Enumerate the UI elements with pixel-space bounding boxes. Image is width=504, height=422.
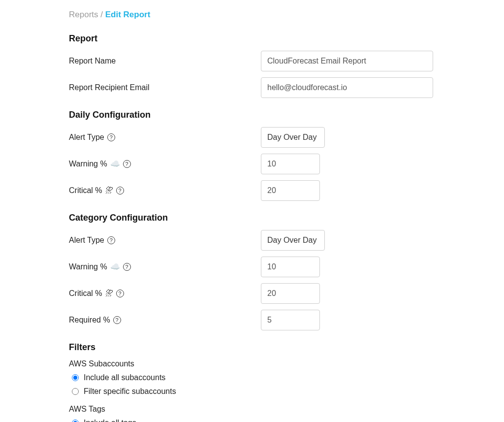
daily-critical-input[interactable]: [261, 180, 320, 201]
label-category-alert-type: Alert Type ?: [69, 236, 261, 245]
label-daily-warning: Warning % ☁️ ?: [69, 160, 261, 168]
subheading-tags: AWS Tags: [69, 405, 435, 414]
label-text-category-alert-type: Alert Type: [69, 236, 104, 245]
section-heading-filters: Filters: [69, 342, 435, 353]
row-report-email: Report Recipient Email: [69, 77, 435, 98]
report-email-input[interactable]: [261, 77, 433, 98]
row-category-critical: Critical % ⛈ ?: [69, 283, 435, 304]
radio-input-subaccounts-include-all[interactable]: [72, 374, 79, 381]
radio-subaccounts-include-all[interactable]: Include all subaccounts: [72, 373, 435, 382]
cloud-icon: ☁️: [110, 160, 120, 168]
radio-group-tags: Include all tags Filter specific tags: [72, 419, 435, 422]
row-report-name: Report Name: [69, 51, 435, 71]
label-daily-alert-type: Alert Type ?: [69, 133, 261, 142]
help-icon[interactable]: ?: [123, 160, 131, 168]
category-warning-input[interactable]: [261, 257, 320, 277]
section-heading-category: Category Configuration: [69, 213, 435, 223]
label-category-required: Required % ?: [69, 316, 261, 325]
row-category-required: Required % ?: [69, 310, 435, 330]
row-daily-critical: Critical % ⛈ ?: [69, 180, 435, 201]
label-text-daily-warning: Warning %: [69, 160, 107, 168]
cloud-icon: ☁️: [110, 263, 120, 271]
label-report-email: Report Recipient Email: [69, 83, 261, 92]
help-icon[interactable]: ?: [107, 236, 115, 244]
label-daily-critical: Critical % ⛈ ?: [69, 186, 261, 195]
radio-subaccounts-filter-specific[interactable]: Filter specific subaccounts: [72, 387, 435, 396]
subheading-subaccounts: AWS Subaccounts: [69, 359, 435, 368]
breadcrumb-current: Edit Report: [105, 10, 151, 19]
row-category-warning: Warning % ☁️ ?: [69, 257, 435, 277]
label-text-daily-alert-type: Alert Type: [69, 133, 104, 142]
section-heading-report: Report: [69, 33, 435, 44]
help-icon[interactable]: ?: [116, 187, 124, 195]
label-category-warning: Warning % ☁️ ?: [69, 262, 261, 271]
row-daily-warning: Warning % ☁️ ?: [69, 154, 435, 174]
help-icon[interactable]: ?: [107, 133, 115, 141]
label-text-category-required: Required %: [69, 316, 110, 325]
radio-tags-include-all[interactable]: Include all tags: [72, 419, 435, 422]
help-icon[interactable]: ?: [113, 316, 121, 324]
category-critical-input[interactable]: [261, 283, 320, 304]
radio-label-subaccounts-filter-specific: Filter specific subaccounts: [84, 387, 176, 396]
radio-input-tags-include-all[interactable]: [72, 420, 79, 422]
radio-label-subaccounts-include-all: Include all subaccounts: [84, 373, 165, 382]
report-name-input[interactable]: [261, 51, 433, 71]
help-icon[interactable]: ?: [116, 290, 124, 297]
label-text-daily-critical: Critical %: [69, 186, 102, 195]
breadcrumb: Reports / Edit Report: [69, 10, 435, 20]
radio-input-subaccounts-filter-specific[interactable]: [72, 388, 79, 395]
storm-icon: ⛈: [105, 187, 113, 195]
section-heading-daily: Daily Configuration: [69, 110, 435, 120]
breadcrumb-parent[interactable]: Reports: [69, 10, 98, 19]
category-required-input[interactable]: [261, 310, 320, 330]
help-icon[interactable]: ?: [123, 263, 131, 271]
breadcrumb-separator: /: [100, 10, 103, 19]
radio-label-tags-include-all: Include all tags: [84, 419, 136, 422]
label-report-name: Report Name: [69, 57, 261, 65]
label-text-category-warning: Warning %: [69, 262, 107, 271]
daily-warning-input[interactable]: [261, 154, 320, 174]
row-daily-alert-type: Alert Type ? Day Over Day: [69, 127, 435, 148]
label-text-category-critical: Critical %: [69, 289, 102, 298]
label-category-critical: Critical % ⛈ ?: [69, 289, 261, 298]
daily-alert-type-select[interactable]: Day Over Day: [261, 127, 325, 148]
row-category-alert-type: Alert Type ? Day Over Day: [69, 230, 435, 251]
storm-icon: ⛈: [105, 290, 113, 297]
radio-group-subaccounts: Include all subaccounts Filter specific …: [72, 373, 435, 396]
category-alert-type-select[interactable]: Day Over Day: [261, 230, 325, 251]
